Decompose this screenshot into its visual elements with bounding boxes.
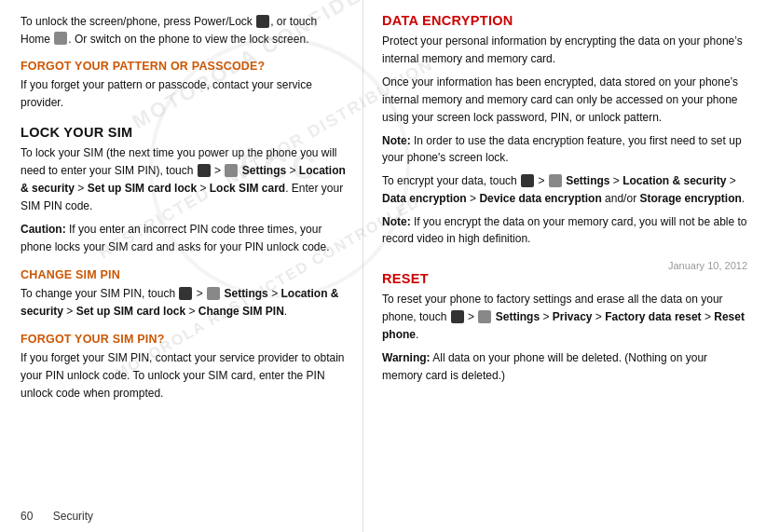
menu-icon-encrypt xyxy=(521,174,534,187)
settings-icon-lock xyxy=(225,164,238,177)
data-encryption-note2: Note: If you encrypt the data on your me… xyxy=(382,213,747,248)
forgot-sim-pin-heading: FORGOT YOUR SIM PIN? xyxy=(21,333,346,346)
forgot-sim-pin-body: If you forget your SIM PIN, contact your… xyxy=(21,349,346,402)
data-encryption-para2: Once your information has been encrypted… xyxy=(382,74,747,127)
right-column: DATA ENCRYPTION Protect your personal in… xyxy=(363,0,766,532)
reset-heading: RESET xyxy=(382,271,747,286)
forgot-pattern-section: FORGOT YOUR PATTERN OR PASSCODE? If you … xyxy=(21,60,346,112)
lock-sim-body: To lock your SIM (the next time you powe… xyxy=(21,144,346,215)
page-section: Security xyxy=(53,510,93,523)
data-encryption-section: DATA ENCRYPTION Protect your personal in… xyxy=(382,13,747,248)
change-sim-pin-body: To change your SIM PIN, touch > Settings… xyxy=(21,285,346,321)
settings-icon-encrypt xyxy=(549,174,562,187)
page-container: To unlock the screen/phone, press Power/… xyxy=(0,0,766,532)
lock-sim-section: LOCK YOUR SIM To lock your SIM (the next… xyxy=(21,125,346,256)
reset-warning: Warning: All data on your phone will be … xyxy=(382,349,747,384)
lock-sim-caution: Caution: If you enter an incorrect PIN c… xyxy=(21,221,346,256)
menu-icon-lock xyxy=(198,164,211,177)
data-encryption-para3: To encrypt your data, touch > Settings >… xyxy=(382,172,747,208)
power-lock-icon xyxy=(256,15,269,28)
home-icon xyxy=(54,32,67,45)
forgot-sim-pin-section: FORGOT YOUR SIM PIN? If you forget your … xyxy=(21,333,346,402)
reset-section: RESET To reset your phone to factory set… xyxy=(382,271,747,384)
intro-text: To unlock the screen/phone, press Power/… xyxy=(21,15,317,46)
reset-body: To reset your phone to factory settings … xyxy=(382,291,747,344)
page-footer: 60 Security xyxy=(21,510,110,523)
forgot-pattern-heading: FORGOT YOUR PATTERN OR PASSCODE? xyxy=(21,60,346,73)
lock-sim-heading: LOCK YOUR SIM xyxy=(21,125,346,140)
data-encryption-para1: Protect your personal information by enc… xyxy=(382,33,747,68)
change-sim-pin-section: CHANGE SIM PIN To change your SIM PIN, t… xyxy=(21,268,346,321)
menu-icon-change xyxy=(179,287,192,300)
page-number: 60 xyxy=(21,510,33,523)
date-line: January 10, 2012 xyxy=(382,260,747,271)
intro-section: To unlock the screen/phone, press Power/… xyxy=(21,13,346,48)
data-encryption-heading: DATA ENCRYPTION xyxy=(382,13,747,28)
left-column: To unlock the screen/phone, press Power/… xyxy=(0,0,363,532)
settings-icon-change xyxy=(207,287,220,300)
data-encryption-note1: Note: In order to use the data encryptio… xyxy=(382,132,747,167)
change-sim-pin-heading: CHANGE SIM PIN xyxy=(21,268,346,281)
settings-icon-reset xyxy=(478,310,491,323)
menu-icon-reset xyxy=(451,310,464,323)
forgot-pattern-body: If you forget your pattern or passcode, … xyxy=(21,76,346,112)
